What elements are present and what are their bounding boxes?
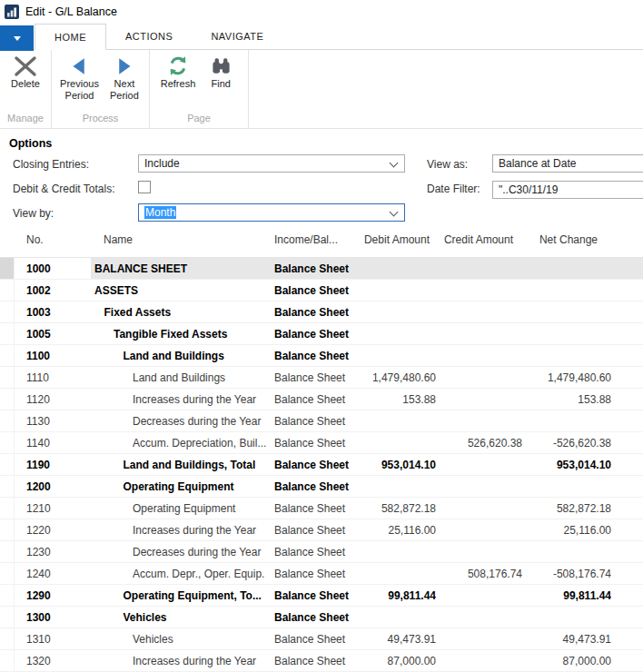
grid-cell-no[interactable]: 1190 [15, 454, 91, 475]
grid-cell-net[interactable]: 153.88 [522, 389, 611, 410]
grid-cell-no[interactable]: 1220 [15, 519, 91, 540]
grid-cell-no[interactable]: 1210 [15, 498, 91, 519]
grid-cell-debit[interactable] [356, 563, 436, 584]
grid-cell-no[interactable]: 1240 [15, 563, 91, 584]
chevron-down-icon[interactable] [390, 159, 399, 168]
grid-row[interactable]: 1230Decreases during the YearBalance She… [0, 541, 643, 563]
column-header-no[interactable]: No. [15, 233, 91, 246]
grid-cell-no[interactable]: 1002 [15, 280, 91, 301]
grid-cell-income[interactable]: Balance Sheet [271, 607, 356, 628]
grid-cell-debit[interactable]: 49,473.91 [356, 628, 436, 649]
grid-cell-credit[interactable]: 508,176.74 [436, 563, 522, 584]
grid-cell-net[interactable]: 87,000.00 [522, 650, 611, 671]
grid-cell-name[interactable]: BALANCE SHEET [91, 258, 271, 279]
find-button[interactable]: Find [203, 53, 239, 91]
grid-cell-debit[interactable] [356, 301, 436, 322]
grid-cell-net[interactable] [522, 607, 611, 628]
grid-cell-credit[interactable] [436, 410, 522, 431]
grid-cell-no[interactable]: 1290 [15, 585, 91, 606]
grid-cell-net[interactable] [522, 410, 611, 431]
previous-period-button[interactable]: Previous Period [58, 53, 101, 103]
view-by-dropdown[interactable]: Month [138, 203, 405, 222]
grid-row[interactable]: 1310VehiclesBalance Sheet49,473.9149,473… [0, 628, 643, 650]
tab-actions[interactable]: ACTIONS [106, 24, 192, 49]
grid-cell-debit[interactable] [356, 607, 436, 628]
grid-cell-name[interactable]: Increases during the Year [91, 389, 271, 410]
grid-cell-name[interactable]: Increases during the Year [91, 519, 271, 540]
grid-cell-name[interactable]: Operating Equipment [91, 476, 271, 497]
grid-cell-no[interactable]: 1310 [15, 628, 91, 649]
grid-cell-no[interactable]: 1320 [15, 650, 91, 671]
grid-cell-credit[interactable] [436, 454, 522, 475]
grid-row[interactable]: 1320Increases during the YearBalance She… [0, 650, 643, 672]
grid-cell-no[interactable]: 1230 [15, 541, 91, 562]
column-header-credit-amount[interactable]: Credit Amount [436, 233, 522, 246]
column-header-debit-amount[interactable]: Debit Amount [356, 233, 436, 246]
closing-entries-dropdown[interactable]: Include [138, 154, 405, 173]
grid-cell-debit[interactable]: 953,014.10 [356, 454, 436, 475]
grid-cell-income[interactable]: Balance Sheet [271, 367, 356, 388]
grid-row[interactable]: 1000BALANCE SHEETBalance Sheet [0, 258, 643, 280]
grid-row[interactable]: 1290Operating Equipment, To...Balance Sh… [0, 585, 643, 607]
grid-cell-credit[interactable] [436, 541, 522, 562]
grid-cell-debit[interactable] [356, 345, 436, 366]
grid-row[interactable]: 1120Increases during the YearBalance She… [0, 389, 643, 410]
grid-cell-credit[interactable] [436, 585, 522, 606]
grid-cell-no[interactable]: 1100 [15, 345, 91, 366]
grid-cell-income[interactable]: Balance Sheet [271, 432, 356, 453]
grid-cell-net[interactable] [522, 345, 611, 366]
tab-home[interactable]: HOME [35, 24, 106, 50]
grid-cell-net[interactable] [522, 258, 611, 279]
grid-row[interactable]: 1002ASSETSBalance Sheet [0, 280, 643, 301]
grid-row[interactable]: 1005Tangible Fixed AssetsBalance Sheet [0, 323, 643, 345]
column-header-income-bal[interactable]: Income/Bal... [271, 233, 356, 246]
grid-cell-no[interactable]: 1003 [15, 301, 91, 322]
grid-cell-net[interactable]: 582,872.18 [522, 498, 611, 519]
delete-button[interactable]: Delete [7, 53, 44, 91]
grid-row[interactable]: 1130Decreases during the YearBalance She… [0, 410, 643, 432]
grid-cell-name[interactable]: Vehicles [91, 628, 271, 649]
grid-cell-credit[interactable] [436, 345, 522, 366]
grid-cell-debit[interactable] [356, 410, 436, 431]
column-header-name[interactable]: Name [91, 233, 271, 246]
grid-cell-income[interactable]: Balance Sheet [271, 541, 356, 562]
grid-cell-debit[interactable]: 153.88 [356, 389, 436, 410]
grid-cell-debit[interactable] [356, 323, 436, 344]
grid-row[interactable]: 1110Land and BuildingsBalance Sheet1,479… [0, 367, 643, 389]
grid-row[interactable]: 1240Accum. Depr., Oper. Equip.Balance Sh… [0, 563, 643, 585]
grid-cell-credit[interactable] [436, 258, 522, 279]
grid-cell-net[interactable]: 1,479,480.60 [522, 367, 611, 388]
grid-cell-income[interactable]: Balance Sheet [271, 563, 356, 584]
grid-row[interactable]: 1100Land and BuildingsBalance Sheet [0, 345, 643, 367]
grid-cell-debit[interactable] [356, 432, 436, 453]
grid-cell-net[interactable] [522, 541, 611, 562]
grid-cell-income[interactable]: Balance Sheet [271, 476, 356, 497]
tab-navigate[interactable]: NAVIGATE [192, 24, 282, 49]
grid-cell-income[interactable]: Balance Sheet [271, 280, 356, 301]
grid-cell-credit[interactable] [436, 607, 522, 628]
grid-cell-credit[interactable] [436, 367, 522, 388]
grid-cell-credit[interactable] [436, 628, 522, 649]
grid-cell-no[interactable]: 1130 [15, 410, 91, 431]
grid-cell-net[interactable]: 25,116.00 [522, 519, 611, 540]
grid-cell-net[interactable] [522, 280, 611, 301]
grid-cell-credit[interactable] [436, 389, 522, 410]
grid-cell-name[interactable]: Accum. Depreciation, Buil... [91, 432, 271, 453]
grid-cell-name[interactable]: Land and Buildings [91, 345, 271, 366]
grid-row[interactable]: 1003Fixed AssetsBalance Sheet [0, 301, 643, 323]
grid-cell-debit[interactable]: 582,872.18 [356, 498, 436, 519]
grid-cell-name[interactable]: Accum. Depr., Oper. Equip. [91, 563, 271, 584]
grid-cell-name[interactable]: Land and Buildings, Total [91, 454, 271, 475]
refresh-button[interactable]: Refresh [159, 53, 198, 91]
grid-cell-no[interactable]: 1200 [15, 476, 91, 497]
grid-cell-credit[interactable] [436, 280, 522, 301]
grid-cell-name[interactable]: Land and Buildings [91, 367, 271, 388]
grid-cell-name[interactable]: Increases during the Year [91, 650, 271, 671]
grid-cell-no[interactable]: 1005 [15, 323, 91, 344]
grid-cell-no[interactable]: 1140 [15, 432, 91, 453]
grid-cell-net[interactable]: 49,473.91 [522, 628, 611, 649]
grid-cell-income[interactable]: Balance Sheet [271, 301, 356, 322]
grid-cell-credit[interactable]: 526,620.38 [436, 432, 522, 453]
grid-cell-name[interactable]: Decreases during the Year [91, 541, 271, 562]
grid-cell-no[interactable]: 1110 [15, 367, 91, 388]
